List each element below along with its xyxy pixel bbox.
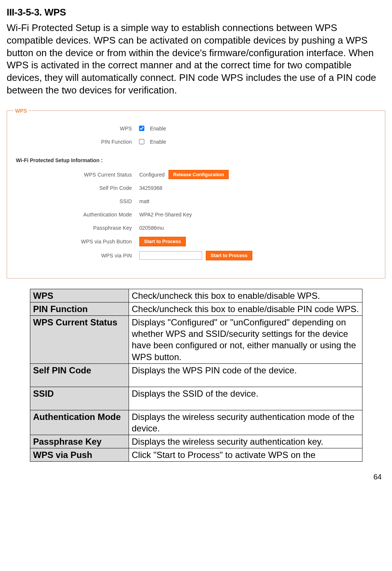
auth-value: WPA2 Pre-Shared Key — [139, 212, 192, 218]
table-row: WPS Current Status Displays "Configured"… — [30, 315, 362, 363]
table-key: Self PIN Code — [30, 363, 129, 387]
page-number: 64 — [7, 462, 385, 485]
row-status: WPS Current Status Configured Release Co… — [14, 170, 378, 179]
pass-label: Passphrase Key — [14, 225, 139, 231]
ssid-value: matt — [139, 198, 149, 204]
table-key: PIN Function — [30, 302, 129, 315]
table-key: WPS Current Status — [30, 315, 129, 363]
table-val: Click "Start to Process" to activate WPS… — [129, 448, 362, 462]
table-val: Displays "Configured" or "unConfigured" … — [129, 315, 362, 363]
description-table: WPS Check/uncheck this box to enable/dis… — [30, 289, 362, 462]
table-key: Passphrase Key — [30, 435, 129, 448]
table-row: Authentication Mode Displays the wireles… — [30, 410, 362, 435]
pin-start-button[interactable]: Start to Process — [206, 251, 252, 260]
status-value: Configured — [139, 172, 165, 178]
table-val: Displays the wireless security authentic… — [129, 435, 362, 448]
fieldset-legend: WPS — [14, 108, 28, 114]
info-section-head: Wi-Fi Protected Setup Information : — [16, 157, 378, 163]
table-val: Check/uncheck this box to enable/disable… — [129, 289, 362, 302]
row-wps: WPS Enable — [14, 124, 378, 133]
push-start-button[interactable]: Start to Process — [139, 237, 186, 246]
table-row: Passphrase Key Displays the wireless sec… — [30, 435, 362, 448]
pin-label: WPS via PIN — [14, 253, 139, 259]
wps-checkbox[interactable] — [139, 126, 144, 131]
row-ssid: SSID matt — [14, 197, 378, 206]
ssid-label: SSID — [14, 198, 139, 204]
wps-enable-text: Enable — [150, 126, 166, 131]
row-auth: Authentication Mode WPA2 Pre-Shared Key — [14, 210, 378, 219]
table-key: WPS via Push — [30, 448, 129, 462]
table-row: PIN Function Check/uncheck this box to e… — [30, 302, 362, 315]
table-key: Authentication Mode — [30, 410, 129, 435]
selfpin-value: 34259368 — [139, 185, 162, 191]
table-row: Self PIN Code Displays the WPS PIN code … — [30, 363, 362, 387]
table-key: WPS — [30, 289, 129, 302]
table-val: Displays the SSID of the device. — [129, 387, 362, 410]
selfpin-label: Self Pin Code — [14, 185, 139, 191]
table-key: SSID — [30, 387, 129, 410]
release-config-button[interactable]: Release Configuration — [168, 170, 229, 179]
pin-input[interactable] — [139, 251, 202, 260]
push-label: WPS via Push Button — [14, 239, 139, 245]
row-pin: WPS via PIN Start to Process — [14, 251, 378, 260]
table-row: SSID Displays the SSID of the device. — [30, 387, 362, 410]
row-passphrase: Passphrase Key 020586mu — [14, 223, 378, 232]
status-label: WPS Current Status — [14, 172, 139, 178]
row-push: WPS via Push Button Start to Process — [14, 237, 378, 246]
intro-paragraph: Wi-Fi Protected Setup is a simple way to… — [7, 22, 385, 97]
pinfunc-checkbox[interactable] — [139, 139, 144, 144]
row-pin-function: PIN Function Enable — [14, 137, 378, 146]
row-selfpin: Self Pin Code 34259368 — [14, 184, 378, 192]
wps-fieldset: WPS WPS Enable PIN Function Enable Wi-Fi… — [7, 108, 385, 278]
auth-label: Authentication Mode — [14, 212, 139, 218]
pinfunc-enable-text: Enable — [150, 139, 166, 145]
pass-value: 020586mu — [139, 225, 164, 231]
pinfunc-label: PIN Function — [14, 139, 139, 145]
table-row: WPS Check/uncheck this box to enable/dis… — [30, 289, 362, 302]
wps-label: WPS — [14, 126, 139, 131]
section-heading: III-3-5-3. WPS — [7, 7, 385, 18]
table-val: Check/uncheck this box to enable/disable… — [129, 302, 362, 315]
table-val: Displays the WPS PIN code of the device. — [129, 363, 362, 387]
table-val: Displays the wireless security authentic… — [129, 410, 362, 435]
table-row: WPS via Push Click "Start to Process" to… — [30, 448, 362, 462]
wps-screenshot: WPS WPS Enable PIN Function Enable Wi-Fi… — [7, 108, 385, 278]
